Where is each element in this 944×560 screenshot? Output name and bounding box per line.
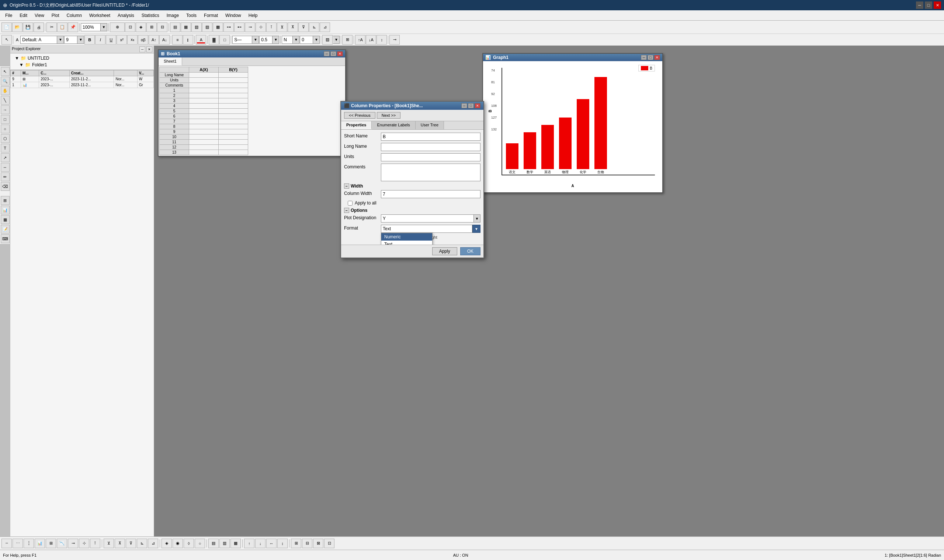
font-input[interactable] <box>20 36 57 44</box>
ws-longname-a[interactable] <box>189 72 219 78</box>
ws-longname-b[interactable] <box>219 72 248 78</box>
table-row[interactable]: 9 ⊞ 2023-... 2023-11-2... Nor... W <box>11 76 154 82</box>
menu-plot[interactable]: Plot <box>48 12 63 19</box>
layout-icon[interactable]: ▦ <box>1 215 9 224</box>
tb-btn-k[interactable]: ⊶ <box>224 23 234 32</box>
table-row[interactable]: 1 📊 2023-... 2023-11-2... Nor... Gr <box>11 82 154 88</box>
ws-comments-b[interactable] <box>219 83 248 88</box>
zoom-combo[interactable]: ▼ <box>81 23 107 31</box>
menu-analysis[interactable]: Analysis <box>114 12 138 19</box>
line-style-combo[interactable]: ▼ <box>232 36 259 44</box>
ws-units-b[interactable] <box>219 78 248 83</box>
bt-4[interactable]: 📊 <box>35 538 45 548</box>
option-text[interactable]: Text <box>381 241 432 245</box>
apply-button[interactable]: Apply <box>432 247 457 255</box>
ws-row-8-b[interactable] <box>219 124 248 129</box>
hatch-btn[interactable]: ▨ <box>322 35 333 45</box>
format-input[interactable] <box>381 225 472 233</box>
print-btn[interactable]: 🖨 <box>34 23 44 32</box>
bt-17[interactable]: ◊ <box>184 538 194 548</box>
ok-button[interactable]: OK <box>460 247 480 255</box>
ws-comments-a[interactable] <box>189 83 219 88</box>
menu-image[interactable]: Image <box>163 12 182 19</box>
notes-icon[interactable]: 📝 <box>1 225 9 234</box>
draw-line[interactable]: ╲ <box>1 96 9 105</box>
ws-row-1-a[interactable] <box>189 88 219 93</box>
tb-btn-n[interactable]: ⊹ <box>256 23 266 32</box>
sort-col-btn[interactable]: ↕ <box>376 35 387 45</box>
script-icon[interactable]: ⌨ <box>1 234 9 243</box>
minimize-button[interactable]: ─ <box>916 2 923 9</box>
hatch-combo[interactable]: ▼ <box>333 36 339 44</box>
width-toggle[interactable]: − <box>344 183 349 189</box>
ws-row-12-b[interactable] <box>219 145 248 150</box>
tb-btn-l[interactable]: ⊷ <box>234 23 244 32</box>
menu-view[interactable]: View <box>31 12 48 19</box>
bt-19[interactable]: ▤ <box>208 538 219 548</box>
ws-row-3-b[interactable] <box>219 98 248 103</box>
draw-arrow[interactable]: → <box>1 105 9 114</box>
option-numeric[interactable]: Numeric <box>381 233 432 241</box>
scale-tool[interactable]: ↔ <box>1 163 9 172</box>
line-style-arrow[interactable]: ▼ <box>252 36 259 44</box>
ws-row-1-b[interactable] <box>219 88 248 93</box>
ws-row-7-a[interactable] <box>189 119 219 124</box>
bt-6[interactable]: 📉 <box>57 538 67 548</box>
zero-combo[interactable]: ▼ <box>300 36 320 44</box>
ws-row-4-a[interactable] <box>189 103 219 109</box>
plotdesig-combo[interactable]: ▼ <box>381 214 480 223</box>
menu-window[interactable]: Window <box>222 12 245 19</box>
bt-28[interactable]: ⊠ <box>313 538 323 548</box>
chart-minimize[interactable]: ─ <box>641 55 647 60</box>
ws-data-row-10[interactable]: 10 <box>160 134 248 140</box>
size-down-btn[interactable]: A↓ <box>159 35 170 45</box>
bt-8[interactable]: ⊹ <box>79 538 89 548</box>
maximize-button[interactable]: □ <box>925 2 932 9</box>
ws-data-row-8[interactable]: 8 <box>160 124 248 129</box>
line-width-arrow[interactable]: ▼ <box>273 36 279 44</box>
tb-btn-a[interactable]: ⊕ <box>110 23 125 32</box>
arrow-btn[interactable]: ↖ <box>2 35 12 45</box>
ws-row-2-b[interactable] <box>219 93 248 98</box>
bt-14[interactable]: ⊿ <box>148 538 158 548</box>
ws-units-a[interactable] <box>189 78 219 83</box>
ws-row-12-a[interactable] <box>189 145 219 150</box>
fontsize-input[interactable] <box>64 36 77 44</box>
menu-statistics[interactable]: Statistics <box>138 12 163 19</box>
draw-circle[interactable]: ○ <box>1 125 9 133</box>
bt-12[interactable]: ⊽ <box>126 538 136 548</box>
zero-input[interactable] <box>300 36 313 44</box>
book-close[interactable]: ✕ <box>337 51 343 56</box>
ws-data-row-4[interactable]: 4 <box>160 103 248 109</box>
bt-7[interactable]: ⊸ <box>68 538 78 548</box>
ws-data-row-5[interactable]: 5 <box>160 109 248 114</box>
bt-18[interactable]: ○ <box>195 538 205 548</box>
menu-column[interactable]: Column <box>63 12 86 19</box>
bt-3[interactable]: ╎ <box>23 538 34 548</box>
menu-file[interactable]: File <box>2 12 16 19</box>
save-btn[interactable]: 💾 <box>23 23 33 32</box>
bt-23[interactable]: ↓ <box>255 538 265 548</box>
bold-btn[interactable]: B <box>85 35 95 45</box>
folder1-item[interactable]: ▼ 📁 Folder1 <box>12 62 152 68</box>
ws-row-9-b[interactable] <box>219 129 248 134</box>
longname-input[interactable] <box>381 143 480 151</box>
ws-row-13-b[interactable] <box>219 150 248 155</box>
units-input[interactable] <box>381 153 480 162</box>
sort-desc-btn[interactable]: ↓A <box>366 35 376 45</box>
italic-btn[interactable]: I <box>95 35 105 45</box>
zoom-tool[interactable]: 🔍 <box>1 77 9 86</box>
text-tool[interactable]: T <box>1 144 9 152</box>
ws-col-a[interactable]: A(X) <box>189 67 219 72</box>
shortname-input[interactable] <box>381 132 480 141</box>
ws-data-row-1[interactable]: 1 <box>160 88 248 93</box>
font-combo[interactable]: ▼ <box>20 36 64 44</box>
tb-btn-s[interactable]: ⊾ <box>309 23 319 32</box>
tb-btn-c[interactable]: ◈ <box>136 23 146 32</box>
pan-tool[interactable]: ✋ <box>1 86 9 95</box>
tb-btn-t[interactable]: ⊿ <box>320 23 330 32</box>
cut-btn[interactable]: ✂ <box>46 23 57 32</box>
fontsize-arrow[interactable]: ▼ <box>77 36 84 44</box>
tb-btn-h[interactable]: ▧ <box>191 23 202 32</box>
brush-tool[interactable]: ✏ <box>1 172 9 181</box>
